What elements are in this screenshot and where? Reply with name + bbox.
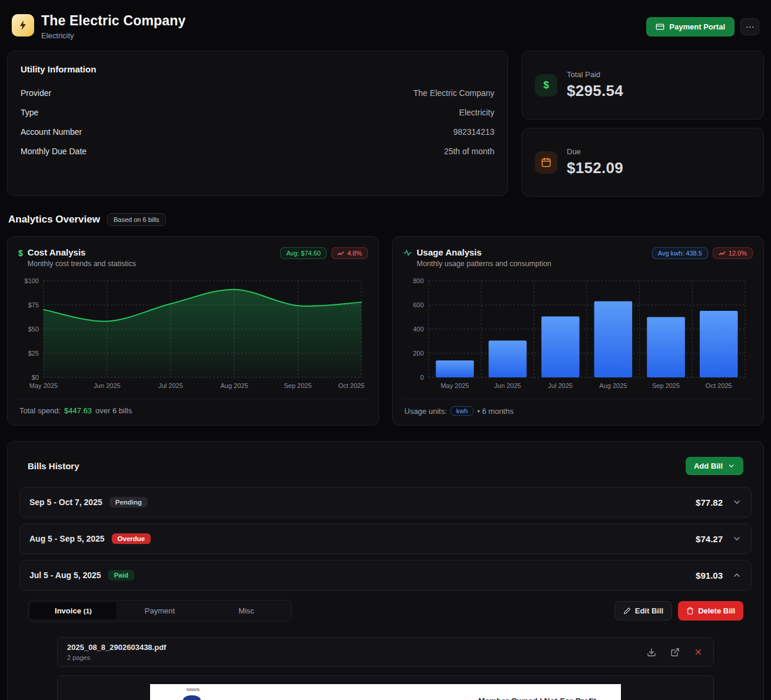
svg-text:Sep 2025: Sep 2025 <box>284 382 311 389</box>
svg-text:May 2025: May 2025 <box>441 382 469 389</box>
trash-icon <box>686 607 694 615</box>
expanded-bill-panel: Invoice(1) Payment Misc Edit Bill <box>19 600 752 700</box>
bill-amount: $74.27 <box>696 534 723 544</box>
cost-chart-header: $ Cost Analysis Monthly cost trends and … <box>18 247 368 268</box>
bill-row-overdue[interactable]: Aug 5 - Sep 5, 2025 Overdue $74.27 <box>19 523 752 554</box>
credit-card-icon <box>656 22 664 31</box>
payment-portal-label: Payment Portal <box>669 22 725 31</box>
chevron-down-icon[interactable] <box>732 497 742 507</box>
usage-analysis-title: Usage Analysis <box>417 247 551 257</box>
cost-line-chart: $0$25$50$75$100May 2025Jun 2025Jul 2025A… <box>18 277 368 393</box>
external-link-icon <box>670 648 680 657</box>
chevron-down-icon <box>727 462 735 470</box>
bill-row-paid[interactable]: Jul 5 - Aug 5, 2025 Paid $91.03 <box>19 560 752 590</box>
svg-text:$75: $75 <box>28 301 39 308</box>
electric-company-logo <box>12 14 34 37</box>
svg-text:Aug 2025: Aug 2025 <box>220 382 248 389</box>
chevron-down-icon[interactable] <box>732 534 742 543</box>
page-title: The Electric Company <box>41 13 186 29</box>
total-paid-value: $295.54 <box>567 82 623 100</box>
status-badge-pending: Pending <box>109 497 148 507</box>
top-bar: The Electric Company Electricity Payment… <box>7 0 764 51</box>
svg-text:Jul 2025: Jul 2025 <box>158 382 183 389</box>
invoice-file-name: 2025_08_8_2902603438.pdf <box>67 643 166 652</box>
analytics-count-badge: Based on 6 bills <box>107 213 166 226</box>
utility-information-title: Utility Information <box>21 64 494 74</box>
add-bill-label: Add Bill <box>694 462 723 470</box>
svg-text:$50: $50 <box>28 326 39 333</box>
row-label: Provider <box>21 88 51 98</box>
summary-cards-column: $ Total Paid $295.54 Due $152.09 <box>521 51 764 197</box>
download-button[interactable] <box>646 646 657 658</box>
analytics-title: Analytics Overview <box>8 214 100 225</box>
more-options-button[interactable]: ⋯ <box>740 18 759 35</box>
charts-row: $ Cost Analysis Monthly cost trends and … <box>7 236 764 426</box>
tab-invoice-count: (1) <box>84 608 92 615</box>
open-external-button[interactable] <box>669 646 681 658</box>
pdf-preview-panel: NNNN Member Owned | Not-For-Profit <box>57 675 714 700</box>
pdf-tagline-text: Member Owned | Not-For-Profit <box>478 696 596 700</box>
bill-row-pending[interactable]: Sep 5 - Oct 7, 2025 Pending $77.82 <box>19 487 752 517</box>
invoice-file-pages: 2 pages <box>67 654 166 661</box>
utility-row-account-number: Account Number 982314213 <box>21 127 494 137</box>
total-paid-label: Total Paid <box>567 70 623 79</box>
cost-trend-value: 4.8% <box>347 250 362 257</box>
top-bar-actions: Payment Portal ⋯ <box>646 17 759 37</box>
row-value: Electricity <box>459 108 494 117</box>
expanded-bill-toolbar: Invoice(1) Payment Misc Edit Bill <box>19 600 752 622</box>
row-value: 25th of month <box>444 147 494 156</box>
total-spend-suffix: over 6 bills <box>95 406 132 415</box>
usage-chart-footer: Usage units: kwh • 6 months <box>403 399 753 418</box>
delete-bill-button[interactable]: Delete Bill <box>678 601 743 621</box>
total-paid-card: $ Total Paid $295.54 <box>521 51 764 120</box>
cost-analysis-title: Cost Analysis <box>28 247 136 257</box>
utility-row-provider: Provider The Electric Company <box>21 88 494 98</box>
svg-text:0: 0 <box>420 374 424 381</box>
svg-text:200: 200 <box>413 350 424 357</box>
tab-payment[interactable]: Payment <box>117 602 203 619</box>
pdf-header-text: NNNN <box>187 688 200 692</box>
total-spend-amount: $447.63 <box>64 406 92 415</box>
tab-invoice-label: Invoice <box>55 606 81 615</box>
bills-history-title: Bills History <box>28 461 79 471</box>
row-label: Monthly Due Date <box>21 147 87 156</box>
due-texts: Due $152.09 <box>567 147 623 177</box>
svg-text:Oct 2025: Oct 2025 <box>706 382 732 389</box>
svg-text:Oct 2025: Oct 2025 <box>338 382 365 389</box>
total-spend-label: Total spend: <box>19 406 61 415</box>
svg-text:$100: $100 <box>25 277 39 284</box>
utility-row-type: Type Electricity <box>21 108 494 117</box>
tab-invoice[interactable]: Invoice(1) <box>30 602 117 619</box>
trend-line-icon <box>719 251 726 256</box>
pdf-provider-logo <box>183 695 201 700</box>
download-icon <box>647 648 656 657</box>
kwh-unit-badge: kwh <box>450 406 474 416</box>
svg-text:Jun 2025: Jun 2025 <box>494 382 521 389</box>
tab-payment-label: Payment <box>145 606 175 615</box>
status-badge-paid: Paid <box>108 570 134 580</box>
close-icon <box>694 648 703 656</box>
tab-misc[interactable]: Misc <box>203 602 290 619</box>
usage-bar-chart: 0200400600800May 2025Jun 2025Jul 2025Aug… <box>403 277 753 393</box>
bill-period: Aug 5 - Sep 5, 2025 <box>29 534 105 543</box>
svg-text:600: 600 <box>413 301 424 308</box>
add-bill-button[interactable]: Add Bill <box>686 457 743 475</box>
svg-text:400: 400 <box>413 326 424 333</box>
usage-trend-value: 12.0% <box>729 250 747 257</box>
status-badge-overdue: Overdue <box>112 533 151 544</box>
cost-analysis-card: $ Cost Analysis Monthly cost trends and … <box>7 236 379 426</box>
activity-icon <box>403 248 412 268</box>
dollar-icon: $ <box>18 248 23 268</box>
edit-bill-button[interactable]: Edit Bill <box>614 601 672 621</box>
brand: The Electric Company Electricity <box>12 13 186 40</box>
svg-text:Sep 2025: Sep 2025 <box>652 382 680 389</box>
usage-units-label: Usage units: <box>404 407 447 416</box>
payment-portal-button[interactable]: Payment Portal <box>646 17 735 37</box>
chevron-up-icon[interactable] <box>732 570 742 580</box>
pdf-page[interactable]: NNNN Member Owned | Not-For-Profit <box>150 684 621 700</box>
remove-file-button[interactable] <box>693 646 704 658</box>
row-label: Type <box>21 108 38 117</box>
svg-text:800: 800 <box>413 277 424 284</box>
delete-bill-label: Delete Bill <box>698 606 735 615</box>
bill-detail-tabs: Invoice(1) Payment Misc <box>28 600 292 622</box>
